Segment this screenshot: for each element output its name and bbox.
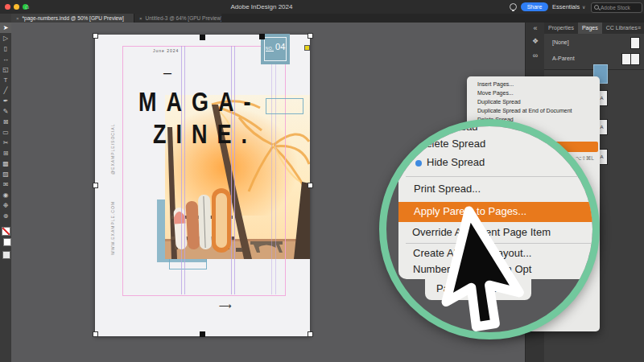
menu-shortcut: ⌥⇧⌘L [576, 154, 594, 162]
tab-cc-libraries[interactable]: CC Libraries [602, 23, 642, 34]
eyedropper-tool[interactable]: ◉ [0, 190, 11, 200]
selection-handle[interactable] [93, 331, 98, 337]
tab-properties[interactable]: Properties [544, 23, 578, 34]
column-guide [271, 46, 272, 294]
fill-swatch[interactable] [2, 227, 10, 236]
tab-close-icon[interactable]: × [16, 16, 19, 21]
parent-row-label: [None] [552, 39, 569, 45]
menu-item-hide-spread[interactable]: Hide Spread [427, 156, 485, 168]
content-collector-tool[interactable]: ◱ [0, 64, 11, 75]
zoom-tool[interactable]: ⊕ [0, 211, 11, 221]
menu-item-duplicate-spread[interactable]: Duplicate Spread [477, 97, 595, 106]
issue-date: June 2024 [153, 48, 179, 53]
screen-mode-button[interactable] [2, 251, 10, 259]
selection-handle[interactable] [308, 33, 313, 39]
badge-number: 04 [275, 42, 285, 51]
selection-handle[interactable] [200, 35, 205, 40]
menu-item-delete-spread[interactable]: Delete Spread [419, 138, 485, 150]
selection-handle[interactable] [308, 183, 313, 188]
app-title: Adobe InDesign 2024 [201, 3, 322, 10]
side-text-social: @EXAMPLE/SOCIAL [110, 109, 115, 175]
free-transform-tool[interactable]: ⊞ [0, 148, 11, 158]
workspace-switcher[interactable]: Essentials [552, 3, 580, 10]
column-guide [231, 46, 232, 294]
stroke-panel-icon[interactable]: ❖ [526, 37, 545, 45]
selection-tool[interactable]: ➤ [0, 23, 11, 33]
collapse-panels-icon[interactable]: « [526, 24, 545, 32]
pencil-tool[interactable]: ✎ [0, 106, 11, 117]
tools-panel: ➤ ▷ ▯ ↔ ◱ T ╱ ✒ ✎ ⊠ ▭ ✂ ⊞ ▩ ▨ ✉ ◉ ❉ ⊕ [0, 23, 12, 362]
tab-page-numbers[interactable]: ×*page-numbers.indd @ 50% [GPU Preview] [11, 14, 134, 23]
badge-no-label: NO. [266, 46, 274, 51]
column-guide [234, 46, 235, 294]
gap-tool[interactable]: ↔ [0, 54, 11, 64]
line-tool[interactable]: ╱ [0, 85, 11, 96]
selection-handle[interactable] [200, 331, 205, 337]
selection-handle[interactable] [304, 45, 310, 51]
indesign-window: ⌂ Adobe InDesign 2024 Share Essentials ∨… [0, 0, 644, 362]
magazine-title-line2[interactable]: ZINE. [153, 119, 257, 150]
minimize-window-icon[interactable] [14, 4, 19, 10]
panel-tab-bar: PropertiesPagesCC Libraries [544, 23, 644, 34]
search-placeholder: Adobe Stock [601, 5, 630, 10]
page-arrow: ⟶ [219, 301, 232, 311]
selection-handle[interactable] [308, 331, 313, 337]
tab-pages[interactable]: Pages [578, 23, 602, 34]
menu-item-move-pages[interactable]: Move Pages... [477, 88, 595, 97]
column-guide [184, 46, 185, 294]
issue-number-badge[interactable]: NO.04 [261, 34, 290, 64]
note-tool[interactable]: ✉ [0, 179, 11, 190]
side-text-website: WWW.EXAMPLE.COM [110, 205, 115, 255]
links-panel-icon[interactable]: ∞ [526, 51, 545, 60]
scissors-tool[interactable]: ✂ [0, 138, 11, 148]
parent-row-none[interactable]: [None] [544, 35, 644, 50]
tab-untitled-3[interactable]: ×Untitled-3 @ 64% [GPU Preview] [134, 14, 221, 23]
title-dash: — [163, 69, 171, 78]
column-guide [181, 46, 182, 294]
margin-guide [122, 46, 286, 296]
menu-item-print-spread[interactable]: Print Spread... [414, 183, 481, 195]
tab-label: Untitled-3 @ 64% [GPU Preview] [146, 15, 221, 21]
panel-menu-icon[interactable]: ≡ [638, 25, 641, 31]
rectangle-tool[interactable]: ▭ [0, 127, 11, 138]
type-tool[interactable]: T [0, 75, 11, 85]
page-tool[interactable]: ▯ [0, 43, 11, 54]
page-thumbnail [630, 37, 640, 49]
stroke-swatch[interactable] [3, 238, 11, 246]
hide-spread-bullet-icon [415, 160, 422, 167]
tab-bar-stub [0, 14, 12, 23]
share-button[interactable]: Share [521, 2, 548, 11]
chevron-down-icon: ∨ [582, 4, 585, 10]
menu-separator [406, 176, 592, 177]
parent-row-label: A-Parent [552, 56, 575, 61]
badge-selection-handle[interactable] [259, 34, 265, 39]
frame-tool[interactable]: ⊠ [0, 117, 11, 127]
pen-tool[interactable]: ✒ [0, 96, 11, 106]
search-icon [594, 5, 599, 10]
home-icon[interactable]: ⌂ [25, 2, 29, 10]
page-thumbnail [630, 53, 640, 65]
selection-handle[interactable] [93, 33, 98, 39]
selection-handle[interactable] [93, 183, 98, 188]
menu-item-duplicate-spread-end[interactable]: Duplicate Spread at End of Document [477, 106, 595, 115]
magazine-title-line1[interactable]: MAGA- [138, 87, 260, 118]
direct-selection-tool[interactable]: ▷ [0, 33, 11, 43]
close-window-icon[interactable] [5, 4, 10, 10]
column-guide [275, 46, 276, 294]
adobe-stock-search[interactable]: Adobe Stock [591, 2, 642, 13]
teal-outline-rect-top [266, 98, 303, 114]
gradient-tool[interactable]: ▩ [0, 158, 11, 169]
tab-label: *page-numbers.indd @ 50% [GPU Preview] [23, 15, 124, 21]
menu-item-insert-pages[interactable]: Insert Pages... [477, 80, 595, 88]
gradient-feather-tool[interactable]: ▨ [0, 169, 11, 179]
badge-frame: NO.04 [264, 37, 287, 61]
lightbulb-icon[interactable] [510, 3, 517, 10]
tab-close-icon[interactable]: × [139, 16, 142, 21]
hand-tool[interactable]: ❉ [0, 200, 11, 211]
